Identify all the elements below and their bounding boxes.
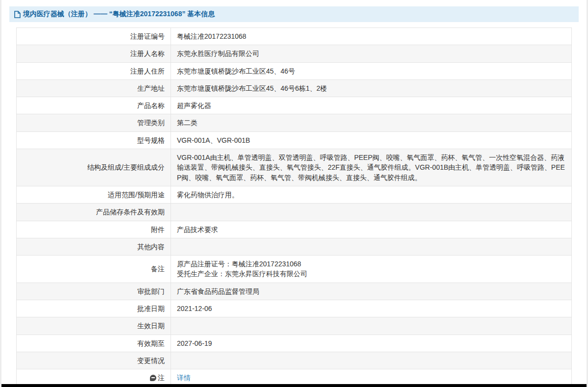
table-row: 有效期至 2027-06-19: [17, 335, 572, 352]
row-label: 注册证编号: [17, 28, 171, 45]
table-row: 产品名称 超声雾化器: [17, 97, 572, 114]
row-value: VGR-001A、VGR-001B: [171, 131, 572, 149]
row-label-text: 注册人名称: [130, 50, 165, 57]
table-row: 批准日期 2021-12-06: [17, 300, 572, 317]
row-label-text: 附件: [151, 226, 165, 233]
row-value: VGR-001A由主机、单管透明盖、双管透明盖、呼吸管路、PEEP阀、咬嘴、氧气…: [171, 149, 572, 186]
row-label: 适用范围/预期用途: [17, 186, 171, 203]
row-label: 生效日期: [17, 317, 171, 335]
row-label-text: 生效日期: [137, 322, 165, 330]
page: 境内医疗器械（注册） —— “粤械注准20172231068” 基本信息 注册证…: [0, 0, 588, 387]
table-row: 注册证编号 粤械注准20172231068: [17, 28, 572, 45]
row-label: 批准日期: [17, 300, 171, 317]
table-row: 变更情况: [17, 352, 572, 369]
info-table: 注册证编号 粤械注准20172231068 注册人名称 东莞永胜医疗制品有限公司…: [16, 27, 572, 387]
row-label-text: 审批部门: [137, 287, 165, 295]
row-value: 雾化药物供治疗用。: [171, 186, 572, 203]
table-row: 型号规格 VGR-001A、VGR-001B: [17, 131, 572, 149]
table-row: 其他内容: [17, 238, 572, 255]
row-label-text: 型号规格: [137, 136, 165, 144]
row-label-text: 注册人住所: [130, 67, 165, 75]
row-label: 有效期至: [17, 335, 171, 352]
table-row: 生产地址 东莞市塘厦镇桥陇沙布工业区45、46号6栋1、2楼: [17, 79, 572, 97]
table-row: 结构及组成/主要组成成分 VGR-001A由主机、单管透明盖、双管透明盖、呼吸管…: [17, 149, 572, 186]
row-value: 粤械注准20172231068: [171, 28, 572, 45]
bottom-bar: [1, 384, 587, 387]
row-value: 2021-12-06: [171, 300, 572, 317]
table-row: 管理类别 第二类: [17, 114, 572, 131]
row-label-text: 产品储存条件及有效期: [96, 208, 165, 216]
row-label-text: 结构及组成/主要组成成分: [87, 163, 165, 171]
row-value: 东莞市塘厦镇桥陇沙布工业区45、46号: [171, 62, 572, 79]
row-label-text: 备注: [151, 265, 165, 273]
row-value: [171, 204, 572, 221]
row-label: 审批部门: [17, 283, 171, 300]
row-value: [171, 238, 572, 255]
row-label-text: 批准日期: [137, 305, 165, 312]
table-row: 生效日期: [17, 317, 572, 335]
note-icon: [150, 375, 156, 381]
row-label: 产品名称: [17, 97, 171, 114]
row-value: 东莞市塘厦镇桥陇沙布工业区45、46号6栋1、2楼: [171, 79, 572, 97]
table-row: 审批部门 广东省食品药品监督管理局: [17, 283, 572, 300]
row-label: 产品储存条件及有效期: [17, 204, 171, 221]
row-value: 东莞永胜医疗制品有限公司: [171, 45, 572, 62]
row-label-text: 管理类别: [137, 119, 165, 127]
section-header: 境内医疗器械（注册） —— “粤械注准20172231068” 基本信息: [9, 6, 579, 22]
table-row: 产品储存条件及有效期: [17, 204, 572, 221]
row-label-text: 其他内容: [137, 243, 165, 251]
row-value: 原产品注册证号：粤械注准20172231068 受托生产企业：东莞永昇医疗科技有…: [171, 256, 572, 283]
page-title: 境内医疗器械（注册） —— “粤械注准20172231068” 基本信息: [23, 10, 215, 19]
row-label: 结构及组成/主要组成成分: [17, 149, 171, 186]
row-value: 第二类: [171, 114, 572, 131]
row-label-text: 生产地址: [137, 84, 165, 92]
row-label: 型号规格: [17, 131, 171, 149]
content-area: 境内医疗器械（注册） —— “粤械注准20172231068” 基本信息 注册证…: [1, 0, 587, 387]
info-table-body: 注册证编号 粤械注准20172231068 注册人名称 东莞永胜医疗制品有限公司…: [17, 28, 572, 387]
row-label: 注册人名称: [17, 45, 171, 62]
table-row: 适用范围/预期用途 雾化药物供治疗用。: [17, 186, 572, 203]
row-value: 超声雾化器: [171, 97, 572, 114]
document-icon: [14, 11, 21, 18]
row-label: 变更情况: [17, 352, 171, 369]
row-label: 管理类别: [17, 114, 171, 131]
row-label-text: 变更情况: [137, 357, 165, 364]
detail-link[interactable]: 详情: [177, 374, 191, 382]
info-table-wrap: 注册证编号 粤械注准20172231068 注册人名称 东莞永胜医疗制品有限公司…: [16, 27, 572, 387]
row-label: 备注: [17, 256, 171, 283]
table-row: 注册人住所 东莞市塘厦镇桥陇沙布工业区45、46号: [17, 62, 572, 79]
row-value: 广东省食品药品监督管理局: [171, 283, 572, 300]
row-label-text: 注册证编号: [130, 32, 165, 40]
row-label-text: 注: [158, 374, 165, 382]
row-label: 其他内容: [17, 238, 171, 255]
row-label: 注册人住所: [17, 62, 171, 79]
row-label-text: 产品名称: [137, 102, 165, 109]
table-row: 注册人名称 东莞永胜医疗制品有限公司: [17, 45, 572, 62]
table-row: 备注 原产品注册证号：粤械注准20172231068 受托生产企业：东莞永昇医疗…: [17, 256, 572, 283]
row-label-text: 适用范围/预期用途: [108, 191, 165, 199]
row-value: [171, 317, 572, 335]
row-value: 产品技术要求: [171, 221, 572, 238]
row-label-text: 有效期至: [137, 339, 165, 347]
row-label: 附件: [17, 221, 171, 238]
row-value: [171, 352, 572, 369]
row-label: 生产地址: [17, 79, 171, 97]
row-value: 2027-06-19: [171, 335, 572, 352]
table-row: 附件 产品技术要求: [17, 221, 572, 238]
